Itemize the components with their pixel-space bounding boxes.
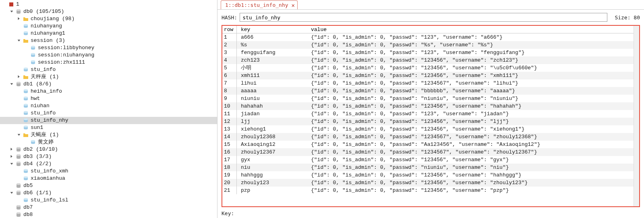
tree-item-label: session:zhx1111: [38, 59, 214, 66]
key-icon: [23, 103, 29, 109]
row-number: 8: [222, 87, 237, 95]
chevron-down-icon[interactable]: [9, 9, 14, 15]
folder-icon: [23, 16, 29, 22]
key-icon: [23, 168, 29, 174]
tree-item[interactable]: db8: [0, 211, 217, 218]
tree-item[interactable]: choujiang (98): [0, 15, 217, 23]
header-value[interactable]: value: [309, 26, 634, 33]
grid-body[interactable]: 1a666{"id": 0, "is_admin": 0, "passwd": …: [222, 33, 634, 206]
table-row[interactable]: 18niu{"id": 0, "is_admin": 0, "passwd": …: [222, 164, 634, 171]
close-icon[interactable]: ✕: [292, 2, 295, 8]
tree-item[interactable]: niuhanyang1: [0, 30, 217, 37]
tree-item-label: db0 (105/105): [23, 8, 214, 15]
cell-value: {"id": 0, "is_admin": 0, "passwd": "Aa12…: [309, 141, 634, 148]
tree-item-label: choujiang (98): [31, 15, 214, 23]
tree-item[interactable]: stu_info_lsl: [0, 197, 217, 204]
tree-item[interactable]: session:libbyhoney: [0, 44, 217, 52]
tree-item-label: db4 (2/2): [23, 160, 214, 168]
table-row[interactable]: 2%s{"id": 0, "is_admin": 0, "passwd": "%…: [222, 41, 634, 49]
table-row[interactable]: 19hahhggg{"id": 0, "is_admin": 0, "passw…: [222, 171, 634, 179]
content-pane: 1::db1::stu_info_nhy ✕ HASH: Size: 80 ro…: [217, 0, 644, 218]
row-number: 14: [222, 133, 237, 141]
table-row[interactable]: 15Axiaoqing12{"id": 0, "is_admin": 0, "p…: [222, 141, 634, 148]
chevron-down-icon[interactable]: [9, 161, 14, 167]
key-icon: [23, 117, 29, 124]
tree-item-label: niuhanyang: [31, 23, 214, 30]
tree-item[interactable]: db5: [0, 182, 217, 189]
chevron-right-icon[interactable]: [9, 147, 14, 152]
chevron-down-icon[interactable]: [16, 132, 22, 138]
tree-item-label: session:libbyhoney: [38, 44, 214, 52]
tree-item[interactable]: xiaomianhua: [0, 175, 217, 182]
tree-item[interactable]: 天秤座 (1): [0, 73, 217, 81]
tree-item-label: session:niuhanyang: [38, 52, 214, 59]
chevron-down-icon[interactable]: [9, 190, 14, 196]
tree-item[interactable]: session:zhx1111: [0, 59, 217, 66]
tree-item[interactable]: db3 (3/3): [0, 153, 217, 160]
tab-active[interactable]: 1::db1::stu_info_nhy ✕: [221, 0, 298, 9]
table-row[interactable]: 11jiadan{"id": 0, "is_admin": 0, "passwd…: [222, 110, 634, 118]
cell-value: {"id": 0, "is_admin": 0, "passwd": "1234…: [309, 102, 634, 110]
table-row[interactable]: 21pzp{"id": 0, "is_admin": 0, "passwd": …: [222, 187, 634, 194]
tree-item-label: 天蝎座 (1): [31, 131, 214, 139]
cell-key: %s: [237, 41, 309, 49]
table-row[interactable]: 12ljj{"id": 0, "is_admin": 0, "passwd": …: [222, 118, 634, 125]
row-number: 18: [222, 164, 237, 171]
chevron-down-icon[interactable]: [16, 38, 22, 44]
key-icon: [30, 139, 36, 145]
tree-item[interactable]: stu_info: [0, 66, 217, 73]
chevron-right-icon[interactable]: [9, 154, 14, 160]
key-icon: [23, 197, 29, 203]
chevron-right-icon[interactable]: [16, 16, 22, 22]
tree-item[interactable]: sun1: [0, 124, 217, 131]
tree-item[interactable]: db0 (105/105): [0, 8, 217, 15]
cell-value: {"id": 0, "is_admin": 0, "passwd": "%s",…: [309, 41, 634, 49]
chevron-down-icon[interactable]: [9, 81, 14, 87]
cell-key: ljj: [237, 118, 309, 125]
app-root: 1db0 (105/105)choujiang (98)niuhanyangni…: [0, 0, 644, 218]
table-row[interactable]: 7lihui{"id": 0, "is_admin": 0, "passwd":…: [222, 79, 634, 87]
tree-item[interactable]: db4 (2/2): [0, 160, 217, 168]
tree-item[interactable]: heiha_info: [0, 88, 217, 95]
tree-item[interactable]: 1: [0, 1, 217, 8]
table-row[interactable]: 6xmh111{"id": 0, "is_admin": 0, "passwd"…: [222, 72, 634, 79]
tree-item[interactable]: db2 (10/10): [0, 146, 217, 153]
table-row[interactable]: 9niuniu{"id": 0, "is_admin": 0, "passwd"…: [222, 95, 634, 102]
table-row[interactable]: 10hahahah{"id": 0, "is_admin": 0, "passw…: [222, 102, 634, 110]
tree-item-label: niuhanyang1: [31, 30, 214, 37]
db-icon: [15, 204, 22, 211]
tree-item[interactable]: niuhan: [0, 102, 217, 110]
table-row[interactable]: 5小明{"id": 0, "is_admin": 0, "passwd": "1…: [222, 64, 634, 72]
table-row[interactable]: 1a666{"id": 0, "is_admin": 0, "passwd": …: [222, 33, 634, 41]
table-row[interactable]: 3fengguifang{"id": 0, "is_admin": 0, "pa…: [222, 49, 634, 56]
table-row[interactable]: 8aaaaa{"id": 0, "is_admin": 0, "passwd":…: [222, 87, 634, 95]
tree-item-label: db3 (3/3): [23, 153, 214, 160]
tree-item[interactable]: session:niuhanyang: [0, 52, 217, 59]
tree-item[interactable]: db6 (1/1): [0, 189, 217, 197]
db-icon: [15, 161, 22, 167]
vertical-scrollbar[interactable]: [634, 26, 639, 206]
table-row[interactable]: 20zhouly123{"id": 0, "is_admin": 0, "pas…: [222, 179, 634, 187]
tree-item-label: stu_info_xmh: [31, 168, 214, 175]
chevron-right-icon[interactable]: [16, 74, 22, 80]
table-row[interactable]: 16zhouly12367{"id": 0, "is_admin": 0, "p…: [222, 148, 634, 156]
tree-item[interactable]: 天蝎座 (1): [0, 131, 217, 139]
table-row[interactable]: 17gyx{"id": 0, "is_admin": 0, "passwd": …: [222, 156, 634, 164]
tree-pane[interactable]: 1db0 (105/105)choujiang (98)niuhanyangni…: [0, 0, 217, 218]
hash-key-input[interactable]: [240, 13, 607, 22]
table-row[interactable]: 13xiehong1{"id": 0, "is_admin": 0, "pass…: [222, 125, 634, 133]
table-row[interactable]: 14zhouly12368{"id": 0, "is_admin": 0, "p…: [222, 133, 634, 141]
table-row[interactable]: 4zch123{"id": 0, "is_admin": 0, "passwd"…: [222, 56, 634, 64]
header-key[interactable]: key: [237, 26, 309, 33]
tree-item[interactable]: db7: [0, 204, 217, 211]
tree-item[interactable]: db1 (8/6): [0, 81, 217, 88]
tree-item[interactable]: 黄文婷: [0, 139, 217, 146]
tree-item[interactable]: hwt: [0, 95, 217, 102]
tree-item[interactable]: stu_info_xmh: [0, 168, 217, 175]
tree-item-label: db6 (1/1): [23, 189, 214, 197]
tree-item[interactable]: niuhanyang: [0, 23, 217, 30]
tree-item[interactable]: session (3): [0, 37, 217, 44]
tree-item[interactable]: stu_info_nhy: [0, 117, 217, 124]
tab-title: 1::db1::stu_info_nhy: [225, 2, 288, 8]
tree-item[interactable]: stu_info: [0, 110, 217, 117]
